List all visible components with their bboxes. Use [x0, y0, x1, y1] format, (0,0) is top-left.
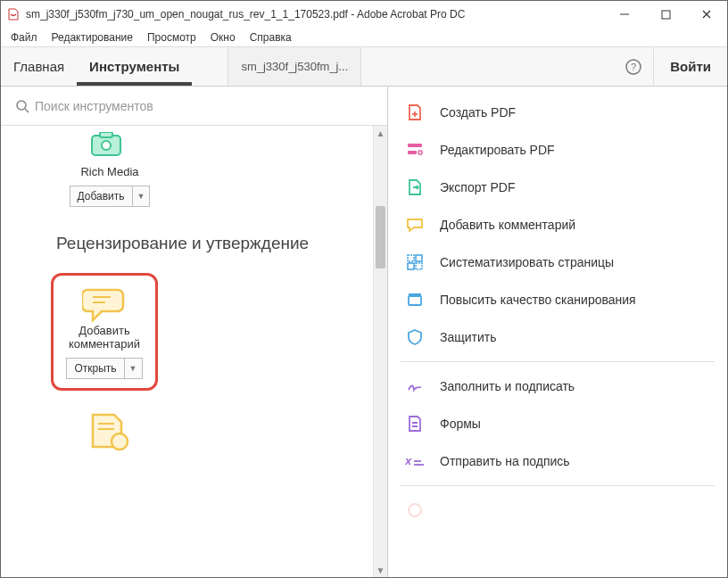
- svg-rect-1: [662, 11, 670, 19]
- menu-help[interactable]: Справка: [244, 29, 298, 45]
- forms-icon: [404, 413, 426, 434]
- tools-scroll[interactable]: Rich Media Добавить ▼ Рецензирование и у…: [1, 126, 387, 577]
- maximize-button[interactable]: [645, 1, 686, 28]
- svg-line-7: [25, 109, 29, 112]
- tool-add-comment[interactable]: Добавить комментарий: [388, 206, 727, 244]
- login-button[interactable]: Войти: [653, 47, 727, 86]
- menu-view[interactable]: Просмотр: [141, 29, 203, 45]
- left-scrollbar[interactable]: ▲ ▼: [373, 126, 387, 577]
- camera-icon: [86, 126, 134, 163]
- tool-protect[interactable]: Защитить: [388, 318, 727, 356]
- tool-label: Создать PDF: [440, 105, 516, 120]
- section-review-approve: Рецензирование и утверждение: [56, 234, 387, 253]
- app-window: sm_j330f_j530fm_j730_um_open_nougat_rus_…: [0, 0, 728, 578]
- document-tabs: sm_j330f_j530fm_j...: [192, 47, 614, 86]
- tool-label: Заполнить и подписать: [440, 379, 575, 393]
- tool-label: [440, 503, 443, 517]
- organize-pages-icon: [404, 252, 426, 273]
- titlebar: sm_j330f_j530fm_j730_um_open_nougat_rus_…: [1, 1, 727, 28]
- scroll-up-arrow[interactable]: ▲: [374, 126, 387, 140]
- tool-label: Систематизировать страницы: [440, 255, 614, 269]
- svg-rect-27: [412, 422, 418, 424]
- tool-label: Добавить комментарий: [57, 324, 152, 351]
- dropdown-caret[interactable]: ▼: [125, 358, 143, 379]
- comment-bubble-icon: [82, 285, 127, 324]
- help-button[interactable]: ?: [614, 47, 653, 86]
- minimize-button[interactable]: [604, 1, 645, 28]
- svg-point-6: [17, 101, 26, 110]
- tool-more[interactable]: [388, 491, 727, 529]
- scroll-down-arrow[interactable]: ▼: [374, 563, 387, 577]
- add-button[interactable]: Добавить: [70, 186, 133, 207]
- svg-rect-24: [416, 263, 422, 269]
- tool-label: Добавить комментарий: [440, 218, 575, 232]
- comment-icon: [404, 214, 426, 235]
- export-pdf-icon: [404, 177, 426, 198]
- content-area: Rich Media Добавить ▼ Рецензирование и у…: [1, 87, 727, 577]
- menu-edit[interactable]: Редактирование: [46, 29, 139, 45]
- tool-fill-sign[interactable]: Заполнить и подписать: [388, 367, 727, 405]
- menu-file[interactable]: Файл: [4, 29, 44, 45]
- tool-label: Rich Media: [80, 165, 138, 178]
- tool-label: Защитить: [440, 330, 497, 344]
- tool-organize-pages[interactable]: Систематизировать страницы: [388, 244, 727, 281]
- sign-icon: [404, 376, 426, 397]
- tool-label: Повысить качество сканирования: [440, 293, 636, 307]
- svg-rect-20: [418, 151, 422, 154]
- more-icon: [404, 500, 426, 521]
- svg-rect-10: [100, 132, 112, 137]
- scroll-thumb[interactable]: [376, 206, 385, 268]
- top-toolbar: Главная Инструменты sm_j330f_j530fm_j...…: [1, 47, 727, 87]
- svg-rect-21: [408, 255, 414, 261]
- svg-rect-26: [409, 293, 421, 296]
- document-comment-icon: [86, 414, 134, 451]
- right-tools-list: Создать PDF Редактировать PDF Экспорт PD…: [388, 87, 727, 577]
- svg-point-9: [102, 141, 111, 150]
- separator: [401, 361, 715, 362]
- separator: [401, 485, 715, 486]
- menubar: Файл Редактирование Просмотр Окно Справк…: [1, 28, 727, 47]
- tool-edit-pdf[interactable]: Редактировать PDF: [388, 131, 727, 169]
- svg-rect-23: [408, 263, 414, 269]
- window-controls: [604, 1, 727, 28]
- scan-icon: [404, 289, 426, 310]
- tool-label: Формы: [440, 417, 481, 431]
- tool-enhance-scan[interactable]: Повысить качество сканирования: [388, 281, 727, 318]
- tool-export-pdf[interactable]: Экспорт PDF: [388, 169, 727, 206]
- document-tab[interactable]: sm_j330f_j530fm_j...: [228, 47, 361, 86]
- svg-point-32: [409, 504, 421, 516]
- search-icon: [10, 98, 35, 114]
- open-button[interactable]: Открыть: [66, 358, 124, 379]
- tool-label: Экспорт PDF: [440, 180, 516, 194]
- svg-rect-28: [412, 425, 418, 427]
- tile-action-row: Добавить ▼: [70, 186, 151, 207]
- search-input[interactable]: [35, 99, 378, 113]
- svg-rect-22: [416, 255, 422, 261]
- tool-label: Отправить на подпись: [440, 454, 570, 468]
- tool-label: Редактировать PDF: [440, 143, 555, 157]
- svg-text:?: ?: [631, 62, 636, 72]
- svg-text:x: x: [405, 454, 412, 467]
- menu-window[interactable]: Окно: [204, 29, 242, 45]
- create-pdf-icon: [404, 102, 426, 123]
- tools-pane: Rich Media Добавить ▼ Рецензирование и у…: [1, 87, 388, 577]
- acrobat-icon: [6, 7, 21, 21]
- svg-rect-19: [408, 151, 417, 154]
- shield-icon: [404, 326, 426, 348]
- window-title: sm_j330f_j530fm_j730_um_open_nougat_rus_…: [26, 8, 604, 21]
- tool-rich-media[interactable]: Rich Media Добавить ▼: [56, 126, 163, 207]
- search-row: [1, 87, 387, 126]
- tab-tools[interactable]: Инструменты: [77, 47, 192, 86]
- tab-home[interactable]: Главная: [1, 47, 77, 86]
- close-button[interactable]: [686, 1, 727, 28]
- svg-point-15: [112, 434, 128, 450]
- send-sign-icon: x: [404, 450, 426, 472]
- tool-send-for-review[interactable]: [56, 414, 163, 451]
- tile-action-row: Открыть ▼: [66, 358, 142, 379]
- tool-forms[interactable]: Формы: [388, 405, 727, 442]
- tool-send-for-signature[interactable]: x Отправить на подпись: [388, 442, 727, 480]
- edit-pdf-icon: [404, 139, 426, 161]
- svg-rect-25: [409, 296, 421, 305]
- dropdown-caret[interactable]: ▼: [133, 186, 151, 207]
- tool-create-pdf[interactable]: Создать PDF: [388, 94, 727, 131]
